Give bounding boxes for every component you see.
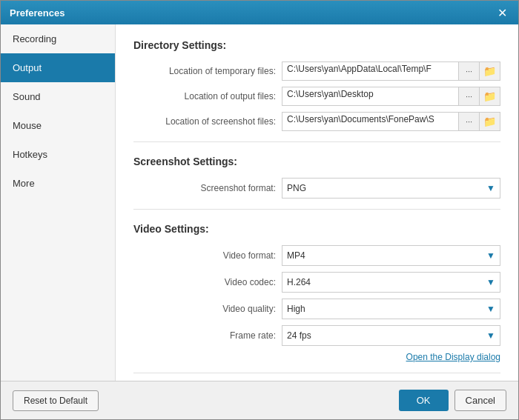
video-quality-arrow-icon: ▼	[486, 304, 495, 314]
screenshot-files-label: Location of screenshot files:	[133, 116, 282, 127]
frame-rate-arrow-icon: ▼	[486, 330, 495, 341]
divider-3	[133, 373, 500, 373]
video-quality-value: High	[287, 304, 305, 314]
frame-rate-dropdown[interactable]: 24 fps ▼	[282, 325, 500, 346]
video-format-arrow-icon: ▼	[486, 250, 495, 261]
divider-1	[133, 141, 500, 142]
cancel-button[interactable]: Cancel	[454, 390, 506, 411]
screenshot-files-row: Location of screenshot files: C:\Users\y…	[133, 112, 500, 131]
output-files-label: Location of output files:	[133, 91, 282, 101]
reset-to-default-button[interactable]: Reset to Default	[13, 390, 99, 411]
temp-files-ellipsis-button[interactable]: ···	[459, 61, 480, 81]
sidebar-item-sound[interactable]: Sound	[1, 82, 115, 111]
video-quality-row: Video quality: High ▼	[133, 299, 500, 319]
screenshot-format-value: PNG	[287, 183, 306, 193]
sidebar-item-hotkeys[interactable]: Hotkeys	[1, 140, 115, 169]
dialog-title: Preferences	[10, 7, 65, 19]
frame-rate-label: Frame rate:	[133, 330, 282, 341]
dialog-action-buttons: OK Cancel	[399, 390, 506, 411]
open-display-dialog-link[interactable]: Open the Display dialog	[133, 352, 500, 362]
video-format-value: MP4	[287, 250, 305, 261]
output-files-input-group: C:\Users\yan\Desktop ··· 📁	[282, 87, 500, 106]
frame-rate-row: Frame rate: 24 fps ▼	[133, 325, 500, 346]
video-format-row: Video format: MP4 ▼	[133, 245, 500, 266]
temp-files-folder-button[interactable]: 📁	[480, 61, 500, 81]
divider-2	[133, 209, 500, 210]
close-button[interactable]: ✕	[495, 5, 509, 20]
video-settings-title: Video Settings:	[133, 223, 500, 235]
temp-files-input[interactable]: C:\Users\yan\AppData\Local\Temp\F	[282, 61, 459, 81]
sidebar: Recording Output Sound Mouse Hotkeys Mor…	[1, 24, 116, 381]
screenshot-files-folder-button[interactable]: 📁	[480, 112, 500, 131]
main-panel: Directory Settings: Location of temporar…	[116, 24, 518, 381]
temp-files-label: Location of temporary files:	[133, 66, 282, 76]
screenshot-format-row: Screenshot format: PNG ▼	[133, 178, 500, 199]
screenshot-files-input[interactable]: C:\Users\yan\Documents\FonePaw\S	[282, 112, 459, 131]
frame-rate-value: 24 fps	[287, 330, 311, 341]
screenshot-format-label: Screenshot format:	[133, 183, 282, 193]
temp-files-input-group: C:\Users\yan\AppData\Local\Temp\F ··· 📁	[282, 61, 500, 81]
output-files-row: Location of output files: C:\Users\yan\D…	[133, 87, 500, 106]
video-quality-label: Video quality:	[133, 304, 282, 314]
screenshot-format-dropdown[interactable]: PNG ▼	[282, 178, 500, 199]
video-codec-row: Video codec: H.264 ▼	[133, 272, 500, 293]
sidebar-item-recording[interactable]: Recording	[1, 24, 115, 53]
sidebar-item-mouse[interactable]: Mouse	[1, 111, 115, 140]
ok-button[interactable]: OK	[399, 390, 449, 411]
video-codec-label: Video codec:	[133, 277, 282, 287]
video-codec-dropdown[interactable]: H.264 ▼	[282, 272, 500, 293]
video-codec-value: H.264	[287, 277, 311, 287]
screenshot-files-input-group: C:\Users\yan\Documents\FonePaw\S ··· 📁	[282, 112, 500, 131]
bottom-bar: Reset to Default OK Cancel	[1, 381, 518, 419]
title-bar: Preferences ✕	[1, 1, 518, 24]
video-codec-arrow-icon: ▼	[486, 277, 495, 287]
screenshot-files-ellipsis-button[interactable]: ···	[459, 112, 480, 131]
video-format-label: Video format:	[133, 250, 282, 261]
output-files-folder-button[interactable]: 📁	[480, 87, 500, 106]
dialog-content: Recording Output Sound Mouse Hotkeys Mor…	[1, 24, 518, 381]
directory-settings-title: Directory Settings:	[133, 39, 500, 51]
video-quality-dropdown[interactable]: High ▼	[282, 299, 500, 319]
output-files-ellipsis-button[interactable]: ···	[459, 87, 480, 106]
temp-files-row: Location of temporary files: C:\Users\ya…	[133, 61, 500, 81]
output-files-input[interactable]: C:\Users\yan\Desktop	[282, 87, 459, 106]
preferences-dialog: Preferences ✕ Recording Output Sound Mou…	[0, 0, 519, 420]
screenshot-format-arrow-icon: ▼	[486, 183, 495, 193]
sidebar-item-more[interactable]: More	[1, 169, 115, 198]
sidebar-item-output[interactable]: Output	[1, 53, 115, 82]
screenshot-settings-title: Screenshot Settings:	[133, 156, 500, 167]
video-format-dropdown[interactable]: MP4 ▼	[282, 245, 500, 266]
